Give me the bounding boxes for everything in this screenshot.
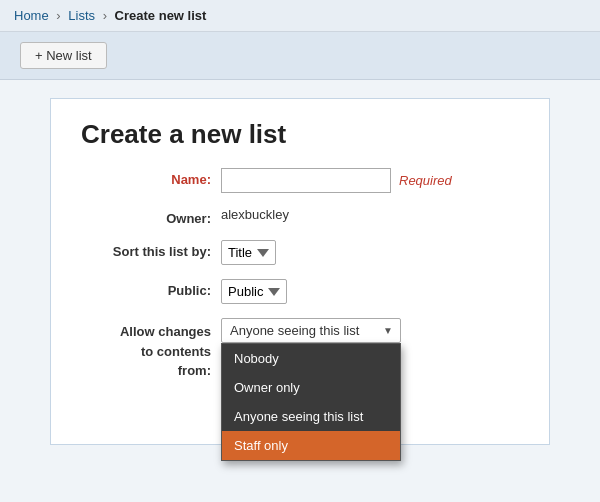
sort-select[interactable]: Title xyxy=(221,240,276,265)
allow-dropdown-selected[interactable]: Anyone seeing this list ▼ xyxy=(221,318,401,343)
top-bar: + New list xyxy=(0,32,600,80)
allow-row: Allow changesto contentsfrom: Anyone see… xyxy=(81,318,519,381)
breadcrumb: Home › Lists › Create new list xyxy=(0,0,600,32)
public-value: Public xyxy=(221,279,519,304)
owner-row: Owner: alexbuckley xyxy=(81,207,519,226)
allow-label: Allow changesto contentsfrom: xyxy=(81,318,221,381)
name-row: Name: Required xyxy=(81,168,519,193)
breadcrumb-lists[interactable]: Lists xyxy=(68,8,95,23)
allow-option-staff[interactable]: Staff only xyxy=(222,431,400,460)
form-title: Create a new list xyxy=(81,119,519,150)
sort-label: Sort this list by: xyxy=(81,240,221,259)
allow-option-nobody[interactable]: Nobody xyxy=(222,344,400,373)
allow-dropdown-menu: Nobody Owner only Anyone seeing this lis… xyxy=(221,343,401,461)
owner-label: Owner: xyxy=(81,207,221,226)
owner-value: alexbuckley xyxy=(221,207,519,222)
new-list-button[interactable]: + New list xyxy=(20,42,107,69)
sort-row: Sort this list by: Title xyxy=(81,240,519,265)
allow-selected-label: Anyone seeing this list xyxy=(230,323,359,338)
allow-value: Anyone seeing this list ▼ Nobody Owner o… xyxy=(221,318,519,343)
public-row: Public: Public xyxy=(81,279,519,304)
allow-option-anyone[interactable]: Anyone seeing this list xyxy=(222,402,400,431)
breadcrumb-home[interactable]: Home xyxy=(14,8,49,23)
sort-value: Title xyxy=(221,240,519,265)
create-list-form: Create a new list Name: Required Owner: … xyxy=(50,98,550,445)
allow-option-owner[interactable]: Owner only xyxy=(222,373,400,402)
breadcrumb-current: Create new list xyxy=(115,8,207,23)
breadcrumb-sep-1: › xyxy=(56,8,60,23)
name-label: Name: xyxy=(81,168,221,187)
dropdown-arrow-icon: ▼ xyxy=(383,325,393,336)
owner-name: alexbuckley xyxy=(221,207,289,222)
breadcrumb-sep-2: › xyxy=(103,8,107,23)
allow-dropdown-wrapper: Anyone seeing this list ▼ Nobody Owner o… xyxy=(221,318,401,343)
required-text: Required xyxy=(399,173,452,188)
public-label: Public: xyxy=(81,279,221,298)
public-select[interactable]: Public xyxy=(221,279,287,304)
name-input[interactable] xyxy=(221,168,391,193)
name-value: Required xyxy=(221,168,519,193)
